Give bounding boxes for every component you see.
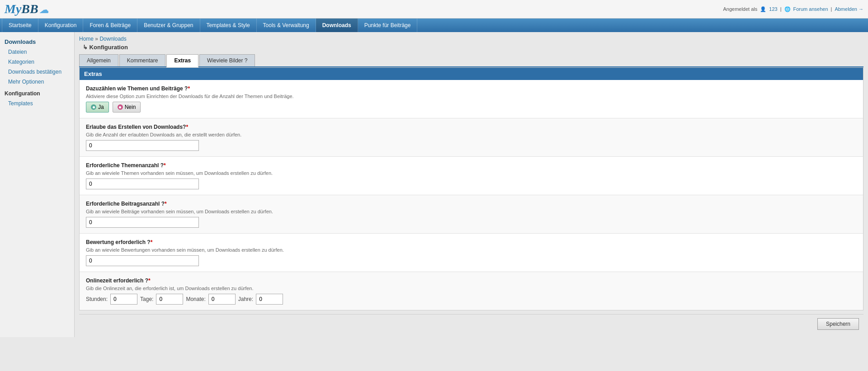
field2-desc: Gib die Anzahl der erlaubten Downloads a… xyxy=(86,132,857,137)
field-themenanzahl: Erforderliche Themenanzahl ?* Gib an wie… xyxy=(80,157,863,195)
breadcrumb-downloads[interactable]: Downloads xyxy=(99,36,126,42)
radio-nein-label: Nein xyxy=(125,104,136,110)
field-onlinezeit: Onlinezeit erforderlich ?* Gib die Onlin… xyxy=(80,272,863,310)
content-wrapper: Extras Dazuzählen wie Themen und Beiträg… xyxy=(79,67,863,310)
field1-radio-group: Ja Nein xyxy=(86,102,857,113)
sidebar-mehr[interactable]: Mehr Optionen xyxy=(0,77,74,87)
radio-nein-dot xyxy=(118,104,123,110)
breadcrumb-sep: » xyxy=(95,36,98,42)
nav-templates[interactable]: Templates & Style xyxy=(200,19,257,32)
radio-nein[interactable]: Nein xyxy=(113,102,141,113)
logo[interactable]: MyBB☁ xyxy=(5,2,48,16)
field5-input[interactable] xyxy=(86,255,199,266)
stunden-input[interactable] xyxy=(110,294,137,305)
field1-label: Dazuzählen wie Themen und Beiträge ?* xyxy=(86,85,857,92)
field3-input[interactable] xyxy=(86,178,199,189)
sidebar-title: Downloads xyxy=(0,36,74,47)
field6-label: Onlinezeit erforderlich ?* xyxy=(86,277,857,284)
radio-ja[interactable]: Ja xyxy=(86,102,109,113)
topbar: MyBB☁ Angemeldet als 👤 123 | 🌐 Forum ans… xyxy=(0,0,868,19)
tage-label: Tage: xyxy=(140,296,153,302)
monate-input[interactable] xyxy=(208,294,236,305)
sidebar-subsection: Konfiguration xyxy=(0,87,74,99)
field4-input[interactable] xyxy=(86,217,199,228)
tage-input[interactable] xyxy=(156,294,183,305)
logo-my: My xyxy=(5,2,21,16)
globe-icon: 🌐 xyxy=(784,6,791,12)
sidebar-dateien[interactable]: Dateien xyxy=(0,47,74,57)
field5-desc: Gib an wieviele Bewertungen vorhanden se… xyxy=(86,247,857,253)
tab-wieviele[interactable]: Wieviele Bilder ? xyxy=(199,54,255,66)
navbar: Startseite Konfiguration Foren & Beiträg… xyxy=(0,19,868,32)
logo-area: MyBB☁ xyxy=(5,2,48,16)
jahre-input[interactable] xyxy=(256,294,283,305)
field-bewertung: Bewertung erforderlich ?* Gib an wieviel… xyxy=(80,234,863,272)
nav-startseite[interactable]: Startseite xyxy=(2,19,38,32)
nav-downloads[interactable]: Downloads xyxy=(316,19,358,32)
angemeldet-label: Angemeldet als xyxy=(723,6,757,12)
radio-ja-dot xyxy=(91,104,96,110)
stunden-label: Stunden: xyxy=(86,296,108,302)
field-erlauben: Erlaube das Erstellen von Downloads?* Gi… xyxy=(80,118,863,157)
jahre-label: Jahre: xyxy=(238,296,253,302)
tab-kommentare[interactable]: Kommentare xyxy=(119,54,166,66)
nav-tools[interactable]: Tools & Verwaltung xyxy=(257,19,316,32)
breadcrumb-home[interactable]: Home xyxy=(79,36,94,42)
tab-extras[interactable]: Extras xyxy=(166,54,198,67)
save-button[interactable]: Speichern xyxy=(817,318,859,330)
nav-punkte[interactable]: Punkte für Beiträge xyxy=(358,19,418,32)
bottom-bar: Speichern xyxy=(79,314,863,333)
time-row: Stunden: Tage: Monate: Jahre: xyxy=(86,294,857,305)
layout: Downloads Dateien Kategorien Downloads b… xyxy=(0,32,868,337)
sidebar-templates[interactable]: Templates xyxy=(0,99,74,108)
field4-label: Erforderliche Beitragsanzahl ?* xyxy=(86,201,857,207)
username-link[interactable]: 123 xyxy=(769,6,777,12)
page-title: ↳ Konfiguration xyxy=(79,44,863,51)
tabs: Allgemein Kommentare Extras Wieviele Bil… xyxy=(79,54,863,67)
tab-allgemein[interactable]: Allgemein xyxy=(79,54,118,66)
field5-label: Bewertung erforderlich ?* xyxy=(86,239,857,245)
field2-input[interactable] xyxy=(86,140,199,151)
breadcrumb: Home » Downloads xyxy=(79,36,863,42)
main-content: Home » Downloads ↳ Konfiguration Allgeme… xyxy=(75,32,868,337)
field6-desc: Gib die Onlinezeit an, die erforderlich … xyxy=(86,286,857,291)
field1-desc: Aktiviere diese Option zum Einrichten de… xyxy=(86,94,857,99)
nav-konfiguration[interactable]: Konfiguration xyxy=(38,19,84,32)
nav-benutzer[interactable]: Benutzer & Gruppen xyxy=(137,19,200,32)
section-header: Extras xyxy=(80,68,863,80)
radio-ja-label: Ja xyxy=(98,104,104,110)
nav-foren[interactable]: Foren & Beiträge xyxy=(83,19,137,32)
field3-desc: Gib an wieviele Themen vorhanden sein mü… xyxy=(86,170,857,176)
logo-bb: BB xyxy=(21,2,38,16)
monate-label: Monate: xyxy=(186,296,205,302)
field4-desc: Gib an wieviele Beiträge vorhanden sein … xyxy=(86,209,857,214)
user-info: Angemeldet als 👤 123 | 🌐 Forum ansehen |… xyxy=(723,6,863,12)
forum-link[interactable]: Forum ansehen xyxy=(793,6,828,12)
logo-cloud: ☁ xyxy=(39,5,48,15)
field-beitragsanzahl: Erforderliche Beitragsanzahl ?* Gib an w… xyxy=(80,195,863,234)
sidebar: Downloads Dateien Kategorien Downloads b… xyxy=(0,32,75,337)
field-dazuzahlen: Dazuzählen wie Themen und Beiträge ?* Ak… xyxy=(80,80,863,118)
user-avatar-icon: 👤 xyxy=(760,6,766,12)
sidebar-kategorien[interactable]: Kategorien xyxy=(0,57,74,67)
field3-label: Erforderliche Themenanzahl ?* xyxy=(86,162,857,169)
logout-link[interactable]: Abmelden → xyxy=(835,6,863,12)
field2-label: Erlaube das Erstellen von Downloads?* xyxy=(86,124,857,130)
sidebar-bestatigen[interactable]: Downloads bestätigen xyxy=(0,67,74,77)
